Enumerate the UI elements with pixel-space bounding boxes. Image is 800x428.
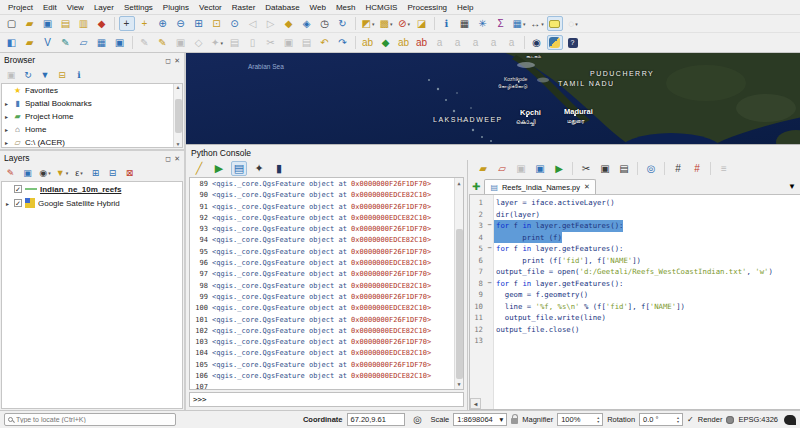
console-scrollbar[interactable]: ▲ ▼ bbox=[454, 178, 463, 389]
expand-all-icon[interactable]: ⊞ bbox=[89, 166, 103, 181]
scroll-up-icon[interactable]: ▲ bbox=[457, 178, 460, 189]
menu-item[interactable]: View bbox=[62, 2, 89, 13]
find-text-icon[interactable]: ◎ bbox=[643, 161, 659, 176]
menu-item[interactable]: Project bbox=[3, 2, 38, 13]
browser-item[interactable]: ▸ C:\ (ACER) bbox=[2, 136, 182, 148]
refresh-map-icon[interactable]: ↻ bbox=[335, 16, 351, 31]
select-features-icon[interactable]: ◩▾ bbox=[360, 16, 376, 31]
uncomment-icon[interactable]: # bbox=[689, 161, 705, 176]
rotation-spinbox[interactable]: 0.0 °▴▾ bbox=[639, 413, 683, 426]
menu-item[interactable]: Layer bbox=[89, 2, 119, 13]
layer-item[interactable]: ✓ Indian_ne_10m_reefs bbox=[2, 182, 182, 196]
spinner-arrows-icon[interactable]: ▴▾ bbox=[597, 416, 599, 424]
add-vector-layer-icon[interactable]: ▰ bbox=[22, 35, 38, 50]
fold-marker-icon[interactable] bbox=[485, 232, 494, 244]
style-manager-icon[interactable]: ◆ bbox=[94, 16, 110, 31]
tab-list-dropdown-icon[interactable]: ▼ bbox=[788, 182, 796, 191]
expand-arrow-icon[interactable]: ▸ bbox=[6, 200, 14, 207]
fold-marker-icon[interactable] bbox=[485, 289, 494, 301]
zoom-to-selection-icon[interactable]: ⊡ bbox=[209, 16, 225, 31]
scroll-up-icon[interactable]: ▲ bbox=[176, 84, 181, 90]
scroll-down-icon[interactable]: ▼ bbox=[176, 141, 181, 147]
menu-item[interactable]: Raster bbox=[227, 2, 261, 13]
render-checkbox[interactable]: ✓ bbox=[687, 415, 694, 424]
save-layer-edits-icon[interactable]: ▣ bbox=[173, 35, 189, 50]
labeling-options-icon[interactable]: ab bbox=[396, 35, 412, 50]
browser-item[interactable]: ▸ Home bbox=[2, 123, 182, 136]
menu-item[interactable]: Edit bbox=[38, 2, 62, 13]
cut-features-icon[interactable]: ✂ bbox=[263, 35, 279, 50]
save-as-icon[interactable]: ▣ bbox=[532, 161, 548, 176]
refresh-browser-icon[interactable]: ↻ bbox=[21, 68, 35, 83]
run-script-icon[interactable]: ▶ bbox=[551, 161, 567, 176]
menu-item[interactable]: Plugins bbox=[158, 2, 194, 13]
collapse-all-layers-icon[interactable]: ⊟ bbox=[106, 166, 120, 181]
undo-icon[interactable]: ↶ bbox=[317, 35, 333, 50]
spinner-arrows-icon[interactable]: ▴▾ bbox=[677, 416, 679, 424]
zoom-next-icon[interactable]: ▷ bbox=[263, 16, 279, 31]
invert-selection-icon[interactable]: ◪ bbox=[414, 16, 430, 31]
menu-item[interactable]: Processing bbox=[402, 2, 452, 13]
menu-item[interactable]: Database bbox=[260, 2, 304, 13]
measure-icon[interactable]: ↔▾ bbox=[529, 16, 545, 31]
layer-visibility-checkbox[interactable]: ✓ bbox=[14, 199, 22, 207]
hcmgis-globe-icon[interactable]: ◉ bbox=[529, 35, 545, 50]
fold-marker-icon[interactable] bbox=[485, 255, 494, 267]
zoom-in-icon[interactable]: ⊕ bbox=[155, 16, 171, 31]
deselect-features-icon[interactable]: ⊘▾ bbox=[396, 16, 412, 31]
copy-features-icon[interactable]: ▣ bbox=[281, 35, 297, 50]
manage-map-themes-icon[interactable]: ◉▾ bbox=[38, 166, 52, 181]
layer-diagram-icon[interactable]: ◆ bbox=[378, 35, 394, 50]
scroll-thumb[interactable] bbox=[175, 99, 182, 133]
zoom-to-layer-icon[interactable]: ⊙ bbox=[227, 16, 243, 31]
pan-to-selection-icon[interactable]: + bbox=[137, 16, 153, 31]
toggle-editing-icon[interactable]: ✎ bbox=[155, 35, 171, 50]
fold-marker-icon[interactable]: − bbox=[485, 220, 494, 232]
console-options-icon[interactable]: ✦ bbox=[251, 161, 267, 176]
expand-arrow-icon[interactable]: ▸ bbox=[5, 113, 12, 120]
temporal-controller-icon[interactable]: ◷ bbox=[317, 16, 333, 31]
zoom-last-icon[interactable]: ◁ bbox=[245, 16, 261, 31]
zoom-out-icon[interactable]: ⊖ bbox=[173, 16, 189, 31]
hscroll-left-arrow-icon[interactable]: ◀ bbox=[470, 398, 481, 409]
close-tab-icon[interactable]: ✕ bbox=[584, 183, 590, 191]
copy-icon[interactable]: ▣ bbox=[597, 161, 613, 176]
fold-marker-icon[interactable] bbox=[485, 197, 494, 209]
properties-icon[interactable]: ℹ bbox=[72, 68, 86, 83]
zoom-full-extent-icon[interactable]: ⊞ bbox=[191, 16, 207, 31]
pan-map-icon[interactable]: + bbox=[119, 16, 135, 31]
pin-labels-icon[interactable]: a bbox=[432, 35, 448, 50]
object-inspector-icon[interactable]: ≡ bbox=[716, 161, 732, 176]
expand-arrow-icon[interactable]: ▸ bbox=[5, 100, 12, 107]
menu-item[interactable]: Settings bbox=[119, 2, 158, 13]
paste-features-icon[interactable]: ▤ bbox=[299, 35, 315, 50]
fold-marker-icon[interactable] bbox=[485, 301, 494, 313]
float-panel-icon[interactable]: ◻ bbox=[165, 57, 171, 64]
add-feature-icon[interactable]: ◇ bbox=[191, 35, 207, 50]
collapse-all-icon[interactable]: ⊟ bbox=[55, 68, 69, 83]
map-canvas[interactable]: Arabian Seaகூடகம்Kozhikodeகோழிக்கோடுTAMI… bbox=[186, 53, 800, 145]
open-script-icon[interactable]: ▰ bbox=[475, 161, 491, 176]
rotate-label-icon[interactable]: a bbox=[486, 35, 502, 50]
stop-labeling-icon[interactable]: ab bbox=[414, 35, 430, 50]
code-editor[interactable]: 1layer = iface.activeLayer() 2dir(layer)… bbox=[469, 194, 800, 410]
new-spatial-bookmark-icon[interactable]: ◆ bbox=[281, 16, 297, 31]
delete-selected-icon[interactable]: ▯ bbox=[245, 35, 261, 50]
close-panel-icon[interactable]: ✕ bbox=[174, 57, 180, 64]
add-group-icon[interactable]: ▣ bbox=[21, 166, 35, 181]
new-project-icon[interactable]: ▢ bbox=[4, 16, 20, 31]
new-tab-icon[interactable]: ✚ bbox=[472, 181, 480, 192]
console-input[interactable]: >>> bbox=[189, 392, 464, 407]
fold-marker-icon[interactable] bbox=[485, 266, 494, 278]
help-contents-icon[interactable]: ? bbox=[565, 35, 581, 50]
attribute-table-icon[interactable]: ▦ bbox=[457, 16, 473, 31]
zoom-native-icon[interactable]: ◌▾ bbox=[565, 16, 581, 31]
menu-item[interactable]: Help bbox=[452, 2, 478, 13]
scroll-thumb[interactable] bbox=[456, 229, 463, 379]
paste-icon[interactable]: ▤ bbox=[616, 161, 632, 176]
data-source-manager-icon[interactable]: ◧ bbox=[4, 35, 20, 50]
float-panel-icon[interactable]: ◻ bbox=[165, 155, 171, 162]
editor-tab[interactable]: ▤ Reefs_India_Names.py ✕ bbox=[484, 179, 595, 194]
add-selected-layers-icon[interactable]: ▣ bbox=[4, 68, 18, 83]
menu-item[interactable]: Web bbox=[305, 2, 331, 13]
